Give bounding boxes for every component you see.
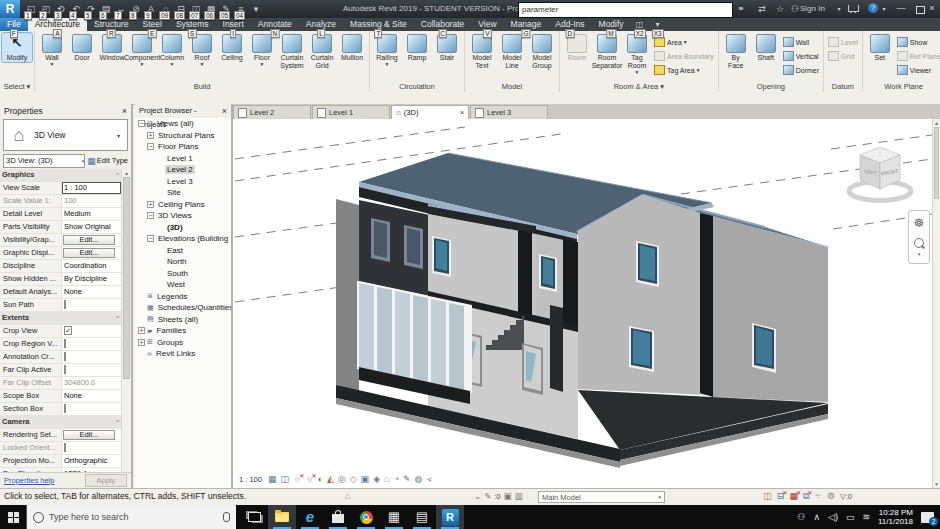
mullion-button[interactable]: Mullion	[337, 33, 367, 62]
property-value[interactable]: By Discipline	[62, 273, 121, 285]
level-button[interactable]: Level	[826, 35, 860, 49]
battery-icon[interactable]: ▭	[846, 512, 855, 522]
view-scale-button[interactable]: 1 : 100	[236, 475, 265, 484]
property-value[interactable]: 100	[62, 195, 121, 207]
panel-label-build[interactable]: Build	[35, 81, 369, 92]
taskbar-app-task-view[interactable]	[240, 505, 268, 529]
browser-item-south[interactable]: South	[135, 268, 231, 280]
qat-button-12[interactable]: ◫07	[189, 2, 203, 16]
property-edit-button[interactable]: Edit...	[63, 248, 115, 258]
close-button[interactable]: ×	[924, 0, 940, 18]
search-icon[interactable]: ⚭	[734, 0, 748, 18]
view-control-icon-12[interactable]: ◔	[393, 474, 398, 485]
status-combo-icon-1[interactable]: ▣	[504, 491, 512, 501]
qat-button-4[interactable]: ↶4	[69, 2, 83, 16]
qat-customize-dropdown-icon[interactable]: ▾	[249, 2, 263, 16]
browser-item-3d-views[interactable]: −3D Views	[135, 210, 231, 222]
view-tab-level-1[interactable]: Level 1	[312, 105, 390, 119]
model-group-button[interactable]: ModelGroup	[527, 33, 557, 70]
properties-close-icon[interactable]: ×	[122, 104, 127, 118]
browser-item-east[interactable]: East	[135, 245, 231, 257]
qat-button-10[interactable]: ⌂09	[159, 2, 173, 16]
taskbar-app-store[interactable]	[324, 505, 352, 529]
taskbar-search[interactable]: Type here to search	[26, 505, 236, 529]
status-right-icon-3[interactable]: ▦✕	[789, 491, 798, 502]
expand-icon[interactable]: +	[147, 132, 154, 139]
property-checkbox[interactable]	[64, 300, 66, 309]
panel-label-model[interactable]: Model	[465, 81, 559, 92]
action-center-icon[interactable]: 2	[921, 512, 934, 523]
view-control-icon-5[interactable]: ◐	[317, 474, 322, 485]
browser-item-ceiling-plans[interactable]: +Ceiling Plans	[135, 199, 231, 211]
project-browser-close-icon[interactable]: ×	[222, 104, 227, 118]
view-control-icon-3[interactable]: ☼✕	[293, 474, 301, 485]
show-button[interactable]: Show	[895, 35, 940, 49]
model-line-button[interactable]: ModelLine	[497, 33, 527, 70]
panel-label-select[interactable]: Select ▾	[0, 81, 34, 92]
ribbon-tab-add-ins[interactable]: Add-InsD	[548, 18, 591, 31]
zoom-icon[interactable]	[914, 238, 924, 248]
filter-count[interactable]: ▽:0	[840, 492, 852, 501]
status-right-icon-2[interactable]: ⊟✕	[777, 491, 785, 502]
door-button[interactable]: Door	[67, 33, 97, 62]
sign-in-button[interactable]: Sign In	[800, 0, 825, 18]
browser-item-families[interactable]: +▰Families	[135, 325, 231, 337]
dormer-button[interactable]: Dormer	[781, 63, 821, 77]
building-model[interactable]	[336, 153, 828, 468]
ribbon-tab-analyze[interactable]: AnalyzeL	[299, 18, 343, 31]
property-edit-button[interactable]: Edit...	[63, 430, 115, 440]
curtain-system-button[interactable]: CurtainSystem	[277, 33, 307, 70]
qat-button-5[interactable]: ↷5	[84, 2, 98, 16]
view-control-icon-7[interactable]: ◎	[338, 474, 346, 485]
model-text-button[interactable]: ModelText	[467, 33, 497, 70]
exchange-icon[interactable]: ⇄	[755, 0, 769, 18]
qat-button-11[interactable]: ⊟08	[174, 2, 188, 16]
panel-label-opening[interactable]: Opening	[719, 81, 823, 92]
grid-button[interactable]: Grid	[826, 49, 860, 63]
property-section-extents[interactable]: Extents^	[0, 312, 121, 325]
taskbar-app-chrome[interactable]	[352, 505, 380, 529]
steering-wheel-icon[interactable]: ☸	[914, 211, 925, 235]
view-control-icon-9[interactable]: ▣	[361, 474, 370, 485]
property-value[interactable]: None	[62, 390, 121, 402]
shaft-button[interactable]: Shaft	[751, 33, 781, 62]
property-value[interactable]: Coordination	[62, 260, 121, 272]
property-section-camera[interactable]: Camera^	[0, 416, 121, 429]
favorites-star-icon[interactable]: ☆	[773, 0, 787, 18]
navbar-dropdown-icon[interactable]: ▾	[918, 251, 921, 257]
apply-button[interactable]: Apply	[85, 474, 127, 487]
qat-button-7[interactable]: ↔7	[114, 2, 128, 16]
railing-button[interactable]: Railing▾	[372, 33, 402, 67]
ribbon-tab-view[interactable]: ViewV	[471, 18, 503, 31]
browser-item-legends[interactable]: ≣Legends	[135, 291, 231, 303]
tag-room-button[interactable]: TagRoom▾	[622, 33, 652, 75]
panel-label-room-area[interactable]: Room & Area ▾	[560, 81, 718, 92]
expand-icon[interactable]: +	[138, 327, 145, 334]
view-control-icon-4[interactable]: ☼✕	[305, 474, 313, 485]
properties-scrollbar[interactable]: ▲▼	[121, 169, 131, 494]
browser-item-groups[interactable]: +⊞Groups	[135, 337, 231, 349]
property-value[interactable]: Medium	[62, 208, 121, 220]
taskbar-app-file-explorer[interactable]	[268, 505, 296, 529]
qat-button-15[interactable]: ≡04	[234, 2, 248, 16]
view-tab-3d[interactable]: ⌂(3D)×	[391, 105, 469, 119]
browser-item-elevations-building-e[interactable]: −Elevations (Building E	[135, 233, 231, 245]
browser-item-level-1[interactable]: Level 1	[135, 153, 231, 165]
ribbon-tab-annotate[interactable]: AnnotateN	[251, 18, 299, 31]
view-tab-close-icon[interactable]: ×	[460, 109, 464, 116]
minimize-button[interactable]: —	[893, 0, 909, 18]
area-boundary-button[interactable]: Area Boundary	[652, 49, 716, 63]
view-control-icon-6[interactable]: ◭	[327, 474, 334, 485]
qat-button-14[interactable]: ✎05	[219, 2, 233, 16]
property-checkbox[interactable]: ✓	[64, 326, 72, 335]
browser-item-schedules-quantities[interactable]: ▦Schedules/Quantities	[135, 302, 231, 314]
help-search-input[interactable]	[518, 2, 733, 18]
view-control-icon-14[interactable]: ◍	[414, 474, 422, 485]
property-checkbox[interactable]	[64, 352, 66, 361]
property-checkbox[interactable]	[64, 404, 66, 413]
store-cart-icon[interactable]	[848, 5, 859, 12]
view-control-icon-10[interactable]: ◈	[373, 474, 380, 485]
collapse-arrow-icon[interactable]: <	[427, 475, 432, 484]
view-control-icon-11[interactable]: ⌂	[384, 474, 389, 485]
browser-item-revit-links[interactable]: ∞Revit Links	[135, 348, 231, 360]
